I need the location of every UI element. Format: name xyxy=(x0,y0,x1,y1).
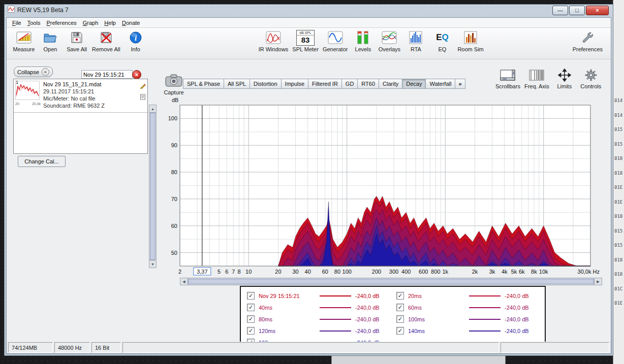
close-button[interactable]: × xyxy=(586,6,609,15)
scrollbars-icon xyxy=(500,68,515,83)
tab-distortion[interactable]: Distortion xyxy=(249,79,280,89)
camera-icon xyxy=(165,80,182,88)
controls-label: Controls xyxy=(580,83,601,89)
trace-legend: ✓Nov 29 15:15:21-240,0 dB✓40ms-240,0 dB✓… xyxy=(240,286,546,342)
legend-checkbox[interactable]: ✓ xyxy=(396,327,404,335)
saveall-button[interactable]: Save All xyxy=(64,29,90,52)
legend-entry-80ms: ✓80ms-240,0 dB xyxy=(247,313,394,325)
gear-icon xyxy=(584,68,598,83)
limits-button[interactable]: Limits xyxy=(553,68,576,89)
minimize-button[interactable]: — xyxy=(552,6,568,15)
menu-bar: FileToolsPreferencesGraphHelpDonate xyxy=(7,18,611,28)
info-button[interactable]: iInfo xyxy=(122,29,149,52)
overlays-button[interactable]: Overlays xyxy=(376,29,402,52)
menu-file[interactable]: File xyxy=(9,19,24,27)
vertical-scrollbar-thumb[interactable] xyxy=(150,113,155,260)
legend-checkbox[interactable]: ✓ xyxy=(247,304,255,311)
y-tick-label: 80 xyxy=(171,169,177,175)
wrench-button[interactable]: Preferences xyxy=(571,29,605,52)
titlebar[interactable]: REW V5,19 Beta 7 — □ × xyxy=(5,5,613,16)
menu-help[interactable]: Help xyxy=(101,19,119,27)
measurement-name-input[interactable] xyxy=(81,70,133,79)
vertical-scrollbar[interactable]: ▲ ▼ xyxy=(149,105,157,268)
menu-donate[interactable]: Donate xyxy=(119,19,143,27)
legend-checkbox[interactable]: ✓ xyxy=(247,339,255,342)
legend-entry-120ms: ✓120ms-240,0 dB xyxy=(247,325,394,337)
legend-checkbox[interactable]: ✓ xyxy=(247,327,255,335)
maximize-button[interactable]: □ xyxy=(569,6,585,15)
generator-button[interactable]: Generator xyxy=(321,29,350,52)
legend-entry-nov-29-15-15-21: ✓Nov 29 15:15:21-240,0 dB xyxy=(247,290,394,302)
tab-filtered-ir[interactable]: Filtered IR xyxy=(308,79,341,89)
tab-decay[interactable]: Decay xyxy=(402,79,425,89)
x-tick-label: 40 xyxy=(305,269,311,275)
background-window-number: 010 xyxy=(614,214,622,219)
memory-status[interactable]: 74/124MB xyxy=(8,342,53,353)
tab-spl-phase[interactable]: SPL & Phase xyxy=(183,79,224,89)
tab-impulse[interactable]: Impulse xyxy=(281,79,308,89)
legend-checkbox[interactable]: ✓ xyxy=(247,315,255,323)
scroll-left-arrow[interactable]: ◀ xyxy=(180,278,188,285)
legend-value: -240,0 dB xyxy=(355,328,394,334)
spl-meter-value: 83 xyxy=(301,36,310,45)
scrollbars-button[interactable]: Scrollbars xyxy=(495,68,520,89)
wrench-label: Preferences xyxy=(573,46,603,52)
removeall-icon xyxy=(100,29,113,46)
generator-label: Generator xyxy=(323,46,348,52)
tab-clarity[interactable]: Clarity xyxy=(379,79,402,89)
scroll-right-arrow[interactable]: ▶ xyxy=(594,278,602,285)
tab-all-spl[interactable]: All SPL xyxy=(224,79,249,89)
splmeter-button[interactable]: dB SPL83SPL Meter xyxy=(290,29,321,52)
legend-label: Nov 29 15:15:21 xyxy=(259,293,316,299)
irwindows-button[interactable]: IR Windows xyxy=(257,29,291,52)
tab-waterfall[interactable]: Waterfall xyxy=(425,79,455,89)
background-window-number: 018 xyxy=(614,156,622,161)
notes-icon[interactable] xyxy=(140,93,146,102)
roomsim-button[interactable]: Room Sim xyxy=(455,29,485,52)
rta-button[interactable]: RTA xyxy=(402,29,429,52)
legend-label: 140ms xyxy=(408,328,465,334)
x-tick-label: 80 xyxy=(334,269,340,275)
measurement-datetime: 29.11.2017 15:15:21 xyxy=(43,88,137,95)
horizontal-scrollbar[interactable]: ◀ ▶ xyxy=(180,278,602,285)
legend-label: 60ms xyxy=(408,305,465,311)
edit-notes-pencil-icon[interactable] xyxy=(140,82,146,91)
x-tick-label: 6k xyxy=(519,269,525,275)
measurement-item[interactable]: 1 20 20,0k Nov 29 xyxy=(14,79,147,113)
tab-overflow-button[interactable]: » xyxy=(455,79,465,89)
legend-entry-40ms: ✓40ms-240,0 dB xyxy=(247,302,394,313)
horizontal-scrollbar-thumb[interactable] xyxy=(188,279,594,284)
menu-tools[interactable]: Tools xyxy=(24,19,44,27)
change-cal-button[interactable]: Change Cal... xyxy=(18,156,66,167)
y-tick-label: 90 xyxy=(171,142,177,148)
delete-measurement-button[interactable]: × xyxy=(132,70,141,79)
tab-gd[interactable]: GD xyxy=(341,79,358,89)
menu-graph[interactable]: Graph xyxy=(80,19,102,27)
collapse-panel-button[interactable]: Collapse « xyxy=(14,67,53,77)
freq-axis-button[interactable]: Freq. Axis xyxy=(524,68,549,89)
eq-button[interactable]: EQEQ xyxy=(429,29,455,52)
x-tick-label: 60 xyxy=(322,269,328,275)
scroll-up-arrow[interactable]: ▲ xyxy=(149,105,156,113)
controls-button[interactable]: Controls xyxy=(580,68,602,89)
legend-checkbox[interactable]: ✓ xyxy=(396,315,404,323)
background-window-number: 01E xyxy=(614,200,622,205)
splmeter-icon: dB SPL83 xyxy=(296,29,315,46)
x-tick-label: 8 xyxy=(237,269,240,275)
open-button[interactable]: Open xyxy=(37,29,64,52)
levels-button[interactable]: Levels xyxy=(350,29,376,52)
decay-chart[interactable]: 5060708090100245678102030406080100200300… xyxy=(168,102,601,283)
removeall-button[interactable]: Remove All xyxy=(90,29,122,52)
legend-checkbox[interactable]: ✓ xyxy=(247,292,255,300)
measure-button[interactable]: Measure xyxy=(11,29,37,52)
scroll-down-arrow[interactable]: ▼ xyxy=(149,260,156,268)
cursor-readout-value[interactable]: 3,37 xyxy=(197,269,207,275)
measurement-thumbnail: 1 20 20,0k xyxy=(15,81,41,111)
eq-label: EQ xyxy=(438,46,446,52)
x-tick-label: 2 xyxy=(178,269,181,275)
tab-rt60[interactable]: RT60 xyxy=(357,79,379,89)
legend-checkbox[interactable]: ✓ xyxy=(396,292,404,300)
menu-preferences[interactable]: Preferences xyxy=(43,19,79,27)
legend-checkbox[interactable]: ✓ xyxy=(396,304,404,311)
background-window-number: 01E xyxy=(614,301,622,306)
